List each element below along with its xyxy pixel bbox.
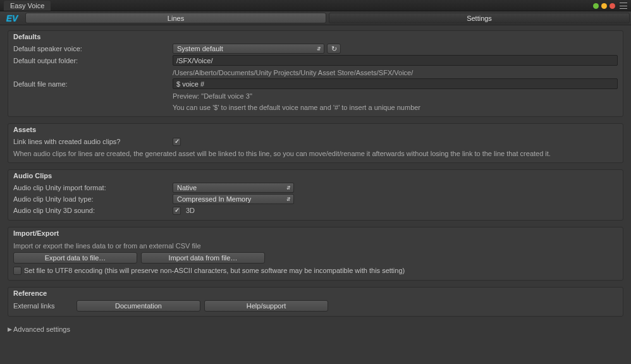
main-tabs: Lines Settings — [24, 11, 631, 25]
section-audioclips: Audio Clips Audio clip Unity import form… — [8, 169, 623, 221]
link-lines-help: When audio clips for lines are created, … — [11, 147, 620, 159]
window-tab-title[interactable]: Easy Voice — [4, 1, 51, 11]
close-icon[interactable] — [610, 3, 615, 9]
link-lines-checkbox[interactable] — [173, 138, 181, 146]
advanced-foldout[interactable]: ▶ Advanced settings — [8, 323, 623, 334]
window-menu-icon[interactable] — [620, 3, 627, 9]
app-logo-icon: EV — [0, 11, 24, 25]
section-defaults-header: Defaults — [8, 31, 623, 43]
default-filename-input[interactable] — [173, 78, 618, 89]
sound3d-label: Audio clip Unity 3D sound: — [13, 207, 173, 214]
foldout-arrow-icon: ▶ — [8, 326, 12, 332]
titlebar: Easy Voice — [0, 0, 631, 11]
default-speaker-label: Default speaker voice: — [13, 45, 173, 52]
refresh-voices-button[interactable]: ↻ — [327, 44, 341, 54]
link-lines-label: Link lines with created audio clips? — [13, 138, 173, 145]
section-audioclips-header: Audio Clips — [8, 170, 623, 182]
toolbar: EV Lines Settings — [0, 11, 631, 25]
minimize-icon[interactable] — [593, 3, 599, 9]
section-assets-header: Assets — [8, 124, 623, 136]
window: Easy Voice EV Lines Settings Defaults De… — [0, 0, 631, 364]
default-filename-preview: Preview: "Default voice 3" — [173, 91, 618, 100]
load-type-select[interactable]: Compressed In Memory — [173, 194, 294, 204]
section-reference: Reference External links Documentation H… — [8, 287, 623, 317]
import-button[interactable]: Import data from file… — [141, 252, 265, 264]
default-output-resolved: /Users/Alberto/Documents/Unity Projects/… — [173, 68, 618, 76]
default-output-input[interactable] — [173, 55, 618, 66]
help-support-button[interactable]: Help/support — [204, 300, 328, 312]
sound3d-checkbox-label: 3D — [186, 207, 195, 214]
default-output-label: Default output folder: — [13, 57, 173, 64]
utf8-label: Set file to UTF8 encoding (this will pre… — [24, 267, 618, 274]
tab-settings[interactable]: Settings — [329, 13, 630, 23]
advanced-foldout-label: Advanced settings — [13, 325, 70, 333]
default-filename-hint: You can use '$' to insert the default vo… — [173, 102, 618, 111]
refresh-icon: ↻ — [331, 45, 337, 53]
utf8-checkbox[interactable] — [13, 267, 21, 275]
default-filename-label: Default file name: — [13, 80, 173, 88]
io-help: Import or export the lines data to or fr… — [11, 240, 620, 251]
section-defaults: Defaults Default speaker voice: System d… — [8, 30, 623, 117]
default-speaker-select[interactable]: System default — [173, 44, 324, 54]
maximize-icon[interactable] — [601, 3, 607, 9]
section-reference-header: Reference — [8, 288, 623, 300]
window-controls — [593, 3, 627, 9]
body: Defaults Default speaker voice: System d… — [0, 25, 631, 364]
load-type-label: Audio clip Unity load type: — [13, 195, 173, 203]
import-format-label: Audio clip Unity import format: — [13, 184, 173, 191]
section-import-export-header: Import/Export — [8, 228, 623, 240]
tab-lines[interactable]: Lines — [25, 13, 326, 23]
import-format-select[interactable]: Native — [173, 183, 294, 193]
export-button[interactable]: Export data to file… — [13, 252, 137, 264]
documentation-button[interactable]: Documentation — [77, 300, 200, 312]
external-links-label: External links — [13, 302, 77, 310]
sound3d-checkbox[interactable] — [173, 207, 181, 215]
section-assets: Assets Link lines with created audio cli… — [8, 123, 623, 163]
section-import-export: Import/Export Import or export the lines… — [8, 227, 623, 281]
